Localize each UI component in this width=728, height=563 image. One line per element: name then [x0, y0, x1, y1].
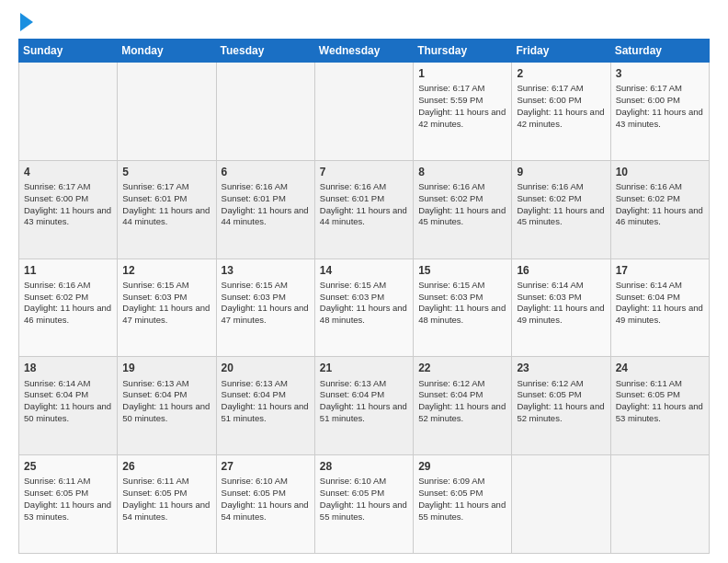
calendar-cell: 13Sunrise: 6:15 AMSunset: 6:03 PMDayligh… [216, 259, 314, 357]
calendar-cell: 27Sunrise: 6:10 AMSunset: 6:05 PMDayligh… [216, 455, 314, 554]
sunrise-text: Sunrise: 6:17 AM [122, 181, 210, 193]
calendar-cell: 11Sunrise: 6:16 AMSunset: 6:02 PMDayligh… [19, 259, 118, 357]
calendar-table: SundayMondayTuesdayWednesdayThursdayFrid… [18, 39, 710, 554]
sunrise-text: Sunrise: 6:13 AM [222, 378, 310, 390]
daylight-text: Daylight: 11 hours and 51 minutes. [320, 401, 408, 425]
day-number: 11 [24, 263, 112, 278]
sunrise-text: Sunrise: 6:17 AM [24, 181, 112, 193]
daylight-text: Daylight: 11 hours and 45 minutes. [418, 205, 506, 229]
sunset-text: Sunset: 6:02 PM [24, 292, 112, 304]
calendar-cell [216, 63, 314, 161]
sunrise-text: Sunrise: 6:12 AM [418, 378, 506, 390]
sunset-text: Sunset: 6:01 PM [320, 193, 408, 205]
day-number: 8 [418, 165, 506, 179]
calendar-cell [512, 455, 610, 554]
sunrise-text: Sunrise: 6:16 AM [320, 181, 408, 193]
daylight-text: Daylight: 11 hours and 48 minutes. [418, 303, 506, 327]
logo-arrow-icon [20, 13, 33, 31]
sunrise-text: Sunrise: 6:15 AM [418, 280, 506, 292]
daylight-text: Daylight: 11 hours and 50 minutes. [24, 401, 112, 425]
sunrise-text: Sunrise: 6:12 AM [517, 378, 605, 390]
sunset-text: Sunset: 6:04 PM [616, 292, 704, 304]
calendar-cell: 18Sunrise: 6:14 AMSunset: 6:04 PMDayligh… [19, 357, 118, 455]
sunset-text: Sunset: 6:05 PM [122, 488, 210, 500]
daylight-text: Daylight: 11 hours and 47 minutes. [122, 303, 210, 327]
day-number: 28 [320, 459, 408, 474]
sunset-text: Sunset: 6:03 PM [122, 292, 210, 304]
calendar-cell: 15Sunrise: 6:15 AMSunset: 6:03 PMDayligh… [414, 259, 512, 357]
sunset-text: Sunset: 6:05 PM [616, 389, 704, 401]
header [18, 15, 710, 31]
daylight-text: Daylight: 11 hours and 53 minutes. [24, 500, 112, 523]
calendar-day-header: Sunday [19, 40, 118, 63]
day-number: 1 [418, 66, 506, 81]
calendar-week-row: 25Sunrise: 6:11 AMSunset: 6:05 PMDayligh… [19, 455, 710, 554]
calendar-cell: 21Sunrise: 6:13 AMSunset: 6:04 PMDayligh… [314, 357, 413, 455]
calendar-cell: 8Sunrise: 6:16 AMSunset: 6:02 PMDaylight… [414, 160, 512, 259]
day-number: 23 [517, 361, 605, 375]
sunrise-text: Sunrise: 6:11 AM [24, 476, 112, 488]
sunset-text: Sunset: 6:05 PM [24, 488, 112, 500]
sunrise-text: Sunrise: 6:16 AM [222, 181, 310, 193]
day-number: 27 [222, 459, 310, 474]
sunset-text: Sunset: 6:02 PM [517, 193, 605, 205]
calendar-cell: 24Sunrise: 6:11 AMSunset: 6:05 PMDayligh… [610, 357, 709, 455]
sunset-text: Sunset: 6:04 PM [24, 389, 112, 401]
day-number: 20 [222, 361, 310, 375]
sunrise-text: Sunrise: 6:17 AM [418, 83, 506, 95]
sunset-text: Sunset: 6:02 PM [616, 193, 704, 205]
sunrise-text: Sunrise: 6:16 AM [616, 181, 704, 193]
day-number: 4 [24, 165, 112, 179]
daylight-text: Daylight: 11 hours and 52 minutes. [418, 401, 506, 425]
sunset-text: Sunset: 5:59 PM [418, 95, 506, 107]
sunrise-text: Sunrise: 6:13 AM [122, 378, 210, 390]
calendar-cell: 7Sunrise: 6:16 AMSunset: 6:01 PMDaylight… [314, 160, 413, 259]
daylight-text: Daylight: 11 hours and 48 minutes. [320, 303, 408, 327]
daylight-text: Daylight: 11 hours and 46 minutes. [24, 303, 112, 327]
daylight-text: Daylight: 11 hours and 42 minutes. [517, 107, 605, 131]
calendar-cell: 25Sunrise: 6:11 AMSunset: 6:05 PMDayligh… [19, 455, 118, 554]
calendar-cell: 2Sunrise: 6:17 AMSunset: 6:00 PMDaylight… [512, 63, 610, 161]
sunset-text: Sunset: 6:01 PM [222, 193, 310, 205]
daylight-text: Daylight: 11 hours and 55 minutes. [418, 500, 506, 523]
day-number: 18 [24, 361, 112, 375]
daylight-text: Daylight: 11 hours and 43 minutes. [616, 107, 704, 131]
day-number: 25 [24, 459, 112, 474]
sunset-text: Sunset: 6:05 PM [222, 488, 310, 500]
logo [18, 15, 33, 31]
sunset-text: Sunset: 6:04 PM [122, 389, 210, 401]
day-number: 24 [616, 361, 704, 375]
sunset-text: Sunset: 6:05 PM [320, 488, 408, 500]
calendar-cell: 22Sunrise: 6:12 AMSunset: 6:04 PMDayligh… [414, 357, 512, 455]
sunrise-text: Sunrise: 6:09 AM [418, 476, 506, 488]
sunrise-text: Sunrise: 6:14 AM [517, 280, 605, 292]
daylight-text: Daylight: 11 hours and 44 minutes. [222, 205, 310, 229]
daylight-text: Daylight: 11 hours and 50 minutes. [122, 401, 210, 425]
sunrise-text: Sunrise: 6:14 AM [616, 280, 704, 292]
calendar-cell: 1Sunrise: 6:17 AMSunset: 5:59 PMDaylight… [414, 63, 512, 161]
daylight-text: Daylight: 11 hours and 49 minutes. [517, 303, 605, 327]
daylight-text: Daylight: 11 hours and 54 minutes. [122, 500, 210, 523]
calendar-cell: 6Sunrise: 6:16 AMSunset: 6:01 PMDaylight… [216, 160, 314, 259]
calendar-day-header: Monday [118, 40, 216, 63]
daylight-text: Daylight: 11 hours and 49 minutes. [616, 303, 704, 327]
sunset-text: Sunset: 6:03 PM [222, 292, 310, 304]
sunrise-text: Sunrise: 6:15 AM [122, 280, 210, 292]
daylight-text: Daylight: 11 hours and 55 minutes. [320, 500, 408, 523]
daylight-text: Daylight: 11 hours and 44 minutes. [320, 205, 408, 229]
daylight-text: Daylight: 11 hours and 52 minutes. [517, 401, 605, 425]
calendar-cell: 3Sunrise: 6:17 AMSunset: 6:00 PMDaylight… [610, 63, 709, 161]
calendar-day-header: Friday [512, 40, 610, 63]
sunrise-text: Sunrise: 6:16 AM [24, 280, 112, 292]
daylight-text: Daylight: 11 hours and 51 minutes. [222, 401, 310, 425]
daylight-text: Daylight: 11 hours and 45 minutes. [517, 205, 605, 229]
day-number: 21 [320, 361, 408, 375]
day-number: 7 [320, 165, 408, 179]
page: SundayMondayTuesdayWednesdayThursdayFrid… [0, 0, 728, 563]
calendar-cell: 26Sunrise: 6:11 AMSunset: 6:05 PMDayligh… [118, 455, 216, 554]
sunset-text: Sunset: 6:05 PM [517, 389, 605, 401]
day-number: 5 [122, 165, 210, 179]
sunrise-text: Sunrise: 6:13 AM [320, 378, 408, 390]
day-number: 9 [517, 165, 605, 179]
sunset-text: Sunset: 6:03 PM [320, 292, 408, 304]
